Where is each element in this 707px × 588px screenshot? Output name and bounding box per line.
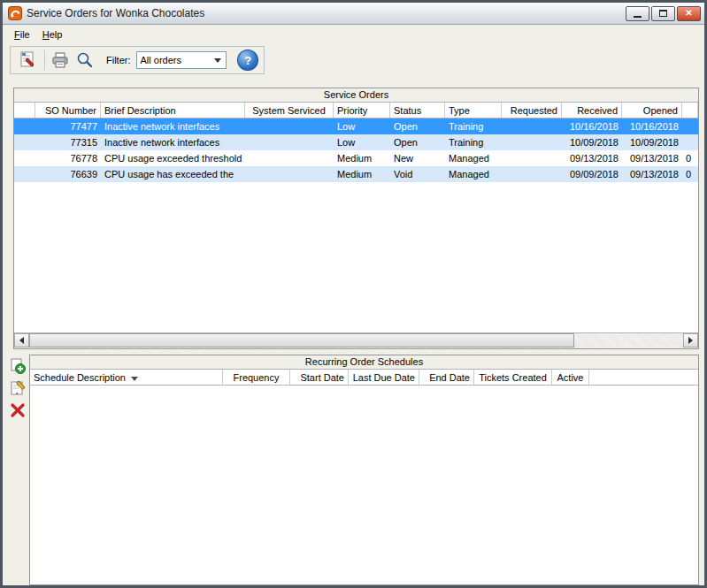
col-header-requested[interactable]: Requested <box>502 103 562 118</box>
app-logo-icon <box>8 6 22 20</box>
col-header-type[interactable]: Type <box>445 103 502 118</box>
search-icon <box>75 50 95 70</box>
col-header-end-date[interactable]: End Date <box>419 370 474 385</box>
print-button[interactable] <box>49 48 73 73</box>
col-header-opened[interactable]: Opened <box>622 103 682 118</box>
status: Open <box>390 118 445 134</box>
recurring-schedules-header: Schedule Description Frequency Start Dat… <box>30 370 698 386</box>
arrow-right-icon <box>688 337 693 344</box>
priority: Medium <box>334 166 390 182</box>
recurring-schedules-title: Recurring Order Schedules <box>30 355 698 370</box>
service-order-row[interactable]: 76778 CPU usage exceeded threshold Mediu… <box>14 150 698 166</box>
col-header-system-serviced[interactable]: System Serviced <box>245 103 334 118</box>
col-header-frequency[interactable]: Frequency <box>223 370 290 385</box>
opened: 10/09/2018 <box>622 134 682 150</box>
maximize-button[interactable] <box>651 6 675 21</box>
minimize-button[interactable] <box>626 6 649 21</box>
received: 10/16/2018 <box>562 118 622 134</box>
status: New <box>390 150 445 166</box>
filter-dropdown[interactable]: All orders <box>136 51 227 69</box>
col-header-tickets-created[interactable]: Tickets Created <box>474 370 552 385</box>
overflow-cell <box>682 134 698 150</box>
menu-file[interactable]: File <box>8 27 36 42</box>
title-bar: Service Orders for Wonka Chocolates ✕ <box>3 3 704 25</box>
service-order-row[interactable]: 77477 Inactive network interfaces Low Op… <box>14 118 698 134</box>
horizontal-scrollbar[interactable] <box>14 332 698 348</box>
requested <box>502 118 562 134</box>
add-schedule-button[interactable] <box>9 357 27 375</box>
recurring-schedules-panel: Recurring Order Schedules Schedule Descr… <box>29 355 699 585</box>
recurring-action-strip <box>7 357 27 419</box>
requested <box>502 150 562 166</box>
service-orders-header: SO Number Brief Description System Servi… <box>14 103 698 118</box>
col-header-active[interactable]: Active <box>552 370 589 385</box>
overflow-cell <box>682 118 698 134</box>
minimize-icon <box>634 16 642 18</box>
type: Training <box>445 134 502 150</box>
sort-desc-icon <box>131 377 138 381</box>
col-header-brief-description[interactable]: Brief Description <box>101 103 245 118</box>
priority: Medium <box>334 150 390 166</box>
col-header-schedule-description[interactable]: Schedule Description <box>30 370 223 385</box>
menu-bar: File Help <box>3 25 704 43</box>
opened: 10/16/2018 <box>622 118 682 134</box>
preview-button[interactable] <box>73 48 97 73</box>
received: 09/09/2018 <box>562 166 622 182</box>
so-number: 77315 <box>35 134 101 150</box>
type: Managed <box>445 150 502 166</box>
new-service-order-icon <box>19 50 38 70</box>
maximize-icon <box>659 10 667 17</box>
scroll-left-button[interactable] <box>14 333 29 347</box>
col-header-overflow[interactable] <box>682 103 698 118</box>
edit-schedule-button[interactable] <box>9 379 27 397</box>
filter-label: Filter: <box>106 55 131 65</box>
so-number: 77477 <box>35 118 101 134</box>
col-header-blank[interactable] <box>14 103 35 118</box>
system-serviced <box>245 166 334 182</box>
brief-description: Inactive network interfaces <box>101 118 245 134</box>
scrollbar-thumb[interactable] <box>29 333 574 347</box>
scroll-right-button[interactable] <box>683 333 698 347</box>
filter-value: All orders <box>141 55 181 65</box>
opened: 09/13/2018 <box>622 166 682 182</box>
service-order-row[interactable]: 76639 CPU usage has exceeded the Medium … <box>14 166 698 182</box>
brief-description: CPU usage exceeded threshold <box>101 150 245 166</box>
opened: 09/13/2018 <box>622 150 682 166</box>
col-header-priority[interactable]: Priority <box>334 103 390 118</box>
menu-help[interactable]: Help <box>36 27 69 42</box>
close-button[interactable]: ✕ <box>677 6 701 21</box>
col-header-received[interactable]: Received <box>562 103 622 118</box>
system-serviced <box>245 150 334 166</box>
arrow-left-icon <box>19 337 24 344</box>
priority: Low <box>334 134 390 150</box>
edit-pencil-icon <box>9 379 27 397</box>
brief-description: Inactive network interfaces <box>101 134 245 150</box>
overflow-cell: 0 <box>682 150 698 166</box>
help-button[interactable]: ? <box>237 50 258 71</box>
delete-schedule-button[interactable] <box>9 401 27 419</box>
col-header-filler <box>589 370 698 385</box>
so-number: 76639 <box>35 166 101 182</box>
status: Void <box>390 166 445 182</box>
col-header-last-due-date[interactable]: Last Due Date <box>349 370 419 385</box>
col-header-status[interactable]: Status <box>390 103 445 118</box>
recurring-schedules-body <box>30 386 698 584</box>
print-icon <box>50 50 70 70</box>
new-service-order-button[interactable] <box>16 48 41 73</box>
service-orders-panel: Service Orders SO Number Brief Descripti… <box>13 88 699 349</box>
service-orders-title: Service Orders <box>14 88 698 103</box>
received: 09/13/2018 <box>562 150 622 166</box>
col-header-start-date[interactable]: Start Date <box>290 370 349 385</box>
brief-description: CPU usage has exceeded the <box>101 166 245 182</box>
so-number: 76778 <box>35 150 101 166</box>
type: Training <box>445 118 502 134</box>
status: Open <box>390 134 445 150</box>
col-header-so-number[interactable]: SO Number <box>35 103 101 118</box>
service-orders-body: 77477 Inactive network interfaces Low Op… <box>14 118 698 332</box>
service-order-row[interactable]: 77315 Inactive network interfaces Low Op… <box>14 134 698 150</box>
app-window: Service Orders for Wonka Chocolates ✕ Fi… <box>0 0 707 588</box>
system-serviced <box>245 118 334 134</box>
help-icon: ? <box>244 54 251 67</box>
window-title: Service Orders for Wonka Chocolates <box>27 7 626 19</box>
priority: Low <box>334 118 390 134</box>
